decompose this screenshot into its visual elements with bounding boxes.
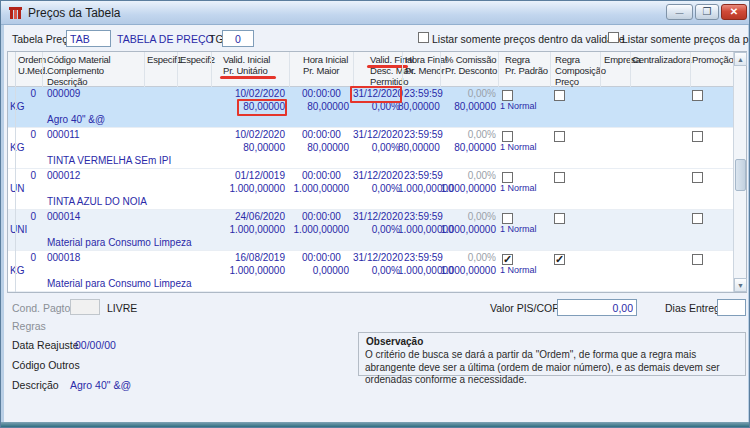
valor-pis-cofins-input[interactable]: [557, 299, 637, 316]
col-header-empresa[interactable]: Empresa: [600, 52, 630, 87]
col-header-hora-inicial-line2: Pr. Maior: [303, 65, 349, 76]
col-header-ordem-line2: U.Med.: [18, 65, 42, 76]
checkbox-listar-promocao[interactable]: [608, 32, 619, 43]
cell-pr-menor: 80,00000: [398, 142, 438, 155]
col-header-valid-inicial[interactable]: Valid. InicialPr. Unitário: [211, 52, 285, 87]
cond-pagto-input: [70, 299, 100, 315]
col-header-valid-inicial-line1: Valid. Inicial: [223, 54, 285, 65]
col-header-valid-final[interactable]: Valid. FinalDesc. Max.Permitido: [353, 52, 400, 87]
maximize-button[interactable]: ❐: [695, 4, 719, 20]
checkbox-promocao[interactable]: [692, 131, 703, 142]
dialog-body: Tabela Preço TABELA DE PREÇO TG Listar s…: [4, 25, 748, 424]
tg-input[interactable]: [222, 30, 254, 47]
cell-codigo: 000009: [47, 88, 149, 101]
cell-ordem: 0: [8, 252, 36, 265]
tabela-preco-label: Tabela Preço: [12, 33, 73, 45]
checkbox-regra-composicao[interactable]: [554, 254, 565, 265]
row-separator: [8, 291, 735, 292]
cell-comissao: 0,00%: [440, 129, 496, 142]
col-header-regra-padrao-line1: Regra: [505, 54, 550, 65]
checkbox-regra-composicao[interactable]: [554, 90, 565, 101]
checkbox-regra-padrao[interactable]: [502, 90, 513, 101]
cell-pr-maior: 1.000,00000: [289, 183, 349, 196]
checkbox-promocao[interactable]: [692, 254, 703, 265]
col-header-hora-final[interactable]: Hora FinalPr. Menor: [402, 52, 438, 87]
scroll-up-button[interactable]: ▲: [734, 52, 747, 66]
cell-descricao: Agro 40" &@: [47, 114, 347, 127]
titlebar[interactable]: Preços da Tabela — ❐ ✕: [1, 1, 749, 25]
checkbox-regra-padrao[interactable]: [502, 213, 513, 224]
col-header-ordem[interactable]: OrdemU.Med.: [8, 52, 42, 87]
checkbox-regra-composicao[interactable]: [554, 131, 565, 142]
table-row[interactable]: 000001816/08/201900:00:0031/12/202023:59…: [8, 251, 735, 292]
cell-descricao: Material para Consumo Limpeza: [47, 237, 347, 250]
grid-indicator-gutter: [15, 52, 16, 292]
cell-regra: 1 Normal: [500, 265, 552, 278]
checkbox-listar-validade[interactable]: [418, 32, 429, 43]
cell-pr-menor: 1.000,00000: [398, 224, 438, 237]
cell-descricao: Material para Consumo Limpeza: [47, 278, 347, 291]
annotation-underline-valid-inicial: [220, 76, 276, 79]
col-header-centralizadora-line1: Centralizadora: [632, 54, 690, 65]
cell-pr-unitario: 1.000,00000: [211, 183, 285, 196]
cell-descricao: TINTA VERMELHA SEm IPI: [47, 155, 347, 168]
cell-valid-inicial: 24/06/2020: [211, 211, 285, 224]
tabela-preco-descricao: TABELA DE PREÇO: [117, 33, 214, 45]
table-row[interactable]: 000001201/12/001900:00:0031/12/202023:59…: [8, 169, 735, 210]
scroll-down-button[interactable]: ▼: [734, 278, 747, 292]
vertical-scrollbar[interactable]: ▲▼: [733, 52, 746, 292]
col-header-especif1[interactable]: Especif1: [144, 52, 177, 87]
close-button[interactable]: ✕: [721, 4, 747, 20]
col-header-centralizadora[interactable]: Centralizadora: [630, 52, 690, 87]
tabela-preco-input[interactable]: [66, 30, 111, 47]
col-header-regra-composicao-line3: Preço: [555, 76, 600, 87]
app-icon: [8, 5, 23, 20]
col-header-regra-composicao[interactable]: RegraComposiçãoPreço: [550, 52, 600, 87]
checkbox-promocao[interactable]: [692, 90, 703, 101]
col-header-regra-composicao-line2: Composição: [555, 65, 600, 76]
cell-codigo: 000012: [47, 170, 149, 183]
observacao-text: O critério de busca se dará a partir da …: [365, 349, 739, 387]
minimize-button[interactable]: —: [666, 4, 693, 20]
col-header-codigo[interactable]: Código MaterialComplementoDescrição: [42, 52, 144, 87]
col-header-regra-composicao-line1: Regra: [555, 54, 600, 65]
checkbox-regra-composicao[interactable]: [554, 213, 565, 224]
col-header-regra-padrao[interactable]: RegraPr. Padrão: [498, 52, 550, 87]
cell-desc-max: 0,00%: [353, 265, 400, 278]
cell-pr-menor: 1.000,00000: [398, 183, 438, 196]
checkbox-regra-padrao[interactable]: [502, 172, 513, 183]
checkbox-regra-padrao[interactable]: [502, 254, 513, 265]
cell-descricao: TINTA AZUL DO NOIA: [47, 196, 347, 209]
col-header-empresa-line1: Empresa: [604, 54, 630, 65]
col-header-valid-final-line2: Desc. Max.: [370, 65, 400, 76]
cell-comissao: 0,00%: [440, 252, 496, 265]
cell-pr-maior: 0,00000: [289, 265, 349, 278]
cell-comissao: 0,00%: [440, 170, 496, 183]
col-header-hora-inicial[interactable]: Hora InicialPr. Maior: [289, 52, 349, 87]
data-reajuste-label: Data Reajuste: [12, 339, 79, 351]
window-title: Preços da Tabela: [28, 6, 121, 20]
cell-pr-maior: 1.000,00000: [289, 224, 349, 237]
checkbox-regra-composicao[interactable]: [554, 172, 565, 183]
checkbox-promocao[interactable]: [692, 172, 703, 183]
annotation-box-valid-final: [350, 86, 402, 103]
dias-entrega-input[interactable]: [717, 299, 746, 316]
checkbox-promocao[interactable]: [692, 213, 703, 224]
table-row[interactable]: 000001424/06/202000:00:0031/12/202023:59…: [8, 210, 735, 251]
cell-desc-max: 0,00%: [353, 224, 400, 237]
scrollbar-thumb[interactable]: [735, 159, 746, 191]
cell-valid-final: 31/12/2020: [353, 252, 400, 265]
col-header-hora-final-line2: Pr. Menor: [405, 65, 438, 76]
col-header-especif2[interactable]: Especif2: [177, 52, 211, 87]
table-row[interactable]: 000001110/02/202000:00:0031/12/202023:59…: [8, 128, 735, 169]
cell-pr-menor: 1.000,00000: [398, 265, 438, 278]
col-header-comissao[interactable]: % ComissãoPr. Desconto: [440, 52, 496, 87]
observacao-title: Observação: [366, 336, 745, 347]
cell-pr-maior: 80,00000: [289, 142, 349, 155]
col-header-hora-final-line1: Hora Final: [405, 54, 438, 65]
checkbox-regra-padrao[interactable]: [502, 131, 513, 142]
descricao-label: Descrição: [12, 379, 59, 391]
cell-pr-unitario: 80,00000: [211, 142, 285, 155]
cell-pr-unitario: 1.000,00000: [211, 224, 285, 237]
checkbox-listar-validade-label: Listar somente preços dentro da validade: [432, 33, 625, 45]
